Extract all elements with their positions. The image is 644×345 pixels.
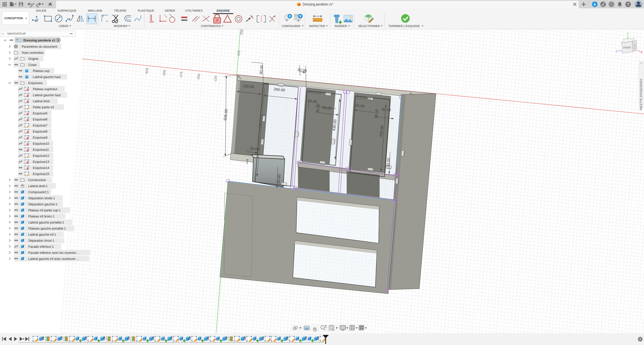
svg-text:Séparation gauche:1: Séparation gauche:1	[28, 203, 57, 206]
svg-text:SURFACIQUE: SURFACIQUE	[58, 9, 76, 12]
svg-text:Esquisse7: Esquisse7	[33, 124, 47, 127]
svg-text:Séparation tirroir:1: Séparation tirroir:1	[28, 239, 54, 242]
svg-text:PALETTE D'ESQUISSES: PALETTE D'ESQUISSES	[639, 79, 642, 110]
svg-text:Esquisses: Esquisses	[28, 81, 43, 85]
svg-text:Esquisse14: Esquisse14	[33, 166, 49, 170]
svg-text:TERMINER L'ESQUISSE: TERMINER L'ESQUISSE	[389, 24, 420, 28]
svg-text:Origine: Origine	[28, 57, 38, 61]
svg-text:Esquisse11: Esquisse11	[33, 148, 49, 152]
svg-text:Plateau inf partie sup:1: Plateau inf partie sup:1	[28, 209, 61, 212]
svg-text:Séparation droite:1: Séparation droite:1	[28, 196, 55, 200]
svg-text:Plateau sup: Plateau sup	[33, 69, 49, 73]
svg-text:Latéral gauche haut: Latéral gauche haut	[33, 75, 61, 79]
svg-text:-500: -500	[162, 70, 167, 77]
svg-text:GÉRER: GÉRER	[165, 9, 175, 12]
svg-text:Esquisse13: Esquisse13	[33, 160, 49, 164]
svg-text:Latéral gauche portable:1: Latéral gauche portable:1	[28, 221, 64, 224]
svg-text:X: X	[640, 51, 642, 54]
svg-text:Petite partie inf: Petite partie inf	[33, 106, 54, 109]
svg-text:ESQUISSE: ESQUISSE	[217, 9, 230, 12]
svg-text:Esquisse6: Esquisse6	[33, 118, 47, 121]
svg-text:«: «	[640, 61, 642, 64]
svg-text:Plateau supérieur: Plateau supérieur	[33, 87, 58, 91]
svg-text:Esquisse10: Esquisse10	[33, 142, 49, 145]
svg-text:Dressing penderie v1: Dressing penderie v1	[23, 39, 55, 42]
svg-text:UTILITAIRES: UTILITAIRES	[185, 9, 203, 12]
svg-text:Latéral gauche inf avec ouvert: Latéral gauche inf avec ouverture:...	[28, 257, 79, 261]
svg-text:CONCEPTION: CONCEPTION	[4, 17, 23, 20]
svg-text:PLASTIQUE: PLASTIQUE	[138, 9, 154, 12]
svg-text:Plateau inf tiroirs:1: Plateau inf tiroirs:1	[28, 215, 55, 218]
svg-text:Facade inférieur avec les ouve: Facade inférieur avec les ouvertur...	[28, 251, 79, 255]
svg-text:Esquisse8: Esquisse8	[33, 130, 47, 133]
svg-text:-625: -625	[145, 68, 149, 75]
svg-text:Esquisse9: Esquisse9	[33, 136, 47, 139]
svg-text:Construction: Construction	[28, 178, 46, 182]
svg-text:Composant2:1: Composant2:1	[28, 190, 49, 194]
svg-text:INSÉRER: INSÉRER	[335, 24, 347, 28]
svg-text:Latéral gauche inf:1: Latéral gauche inf:1	[28, 233, 56, 236]
svg-text:Esquisse15: Esquisse15	[33, 172, 49, 176]
svg-text:Plateaiu gauche portable:1: Plateaiu gauche portable:1	[28, 227, 66, 230]
svg-text:SÉLECTIONNER: SÉLECTIONNER	[358, 24, 380, 28]
svg-text:Corps: Corps	[28, 63, 37, 67]
svg-text:-125: -125	[213, 76, 218, 82]
svg-text:INSPECTER: INSPECTER	[309, 24, 325, 28]
svg-text:NAVIGATEUR: NAVIGATEUR	[7, 32, 26, 35]
svg-text:SOLIDE: SOLIDE	[36, 9, 47, 12]
svg-text:Dressing penderie v1*: Dressing penderie v1*	[303, 2, 333, 6]
svg-text:CONTRAINTES: CONTRAINTES	[201, 24, 221, 28]
svg-text:CONFIGURER: CONFIGURER	[282, 24, 300, 28]
svg-text:Latéral droit:1: Latéral droit:1	[28, 184, 47, 188]
svg-text:Latéral droit: Latéral droit	[33, 100, 50, 103]
svg-text:Y: Y	[627, 33, 629, 35]
svg-text:CRÉER: CRÉER	[59, 24, 69, 28]
svg-text:-375: -375	[179, 71, 184, 78]
svg-text:Vues nommées: Vues nommées	[22, 51, 43, 55]
svg-text:-250: -250	[196, 73, 201, 80]
svg-text:Paramètres du document: Paramètres du document	[22, 45, 57, 48]
svg-text:Z: Z	[616, 50, 617, 53]
svg-text:AVANT: AVANT	[623, 46, 631, 49]
svg-text:250: 250	[240, 29, 244, 35]
svg-text:«: «	[2, 32, 4, 35]
svg-text:MAILLAGE: MAILLAGE	[88, 9, 102, 12]
svg-text:?: ?	[627, 2, 629, 6]
svg-text:MODIFIER: MODIFIER	[114, 24, 127, 28]
svg-text:Latéral gauche haut: Latéral gauche haut	[33, 93, 61, 97]
svg-text:TÔLERIE: TÔLERIE	[114, 9, 126, 12]
svg-text:Facade inférieur:1: Facade inférieur:1	[28, 245, 54, 249]
svg-text:Esquisse12: Esquisse12	[33, 154, 49, 158]
svg-text:Esquisse5: Esquisse5	[33, 112, 47, 115]
svg-text:125: 125	[237, 50, 241, 56]
